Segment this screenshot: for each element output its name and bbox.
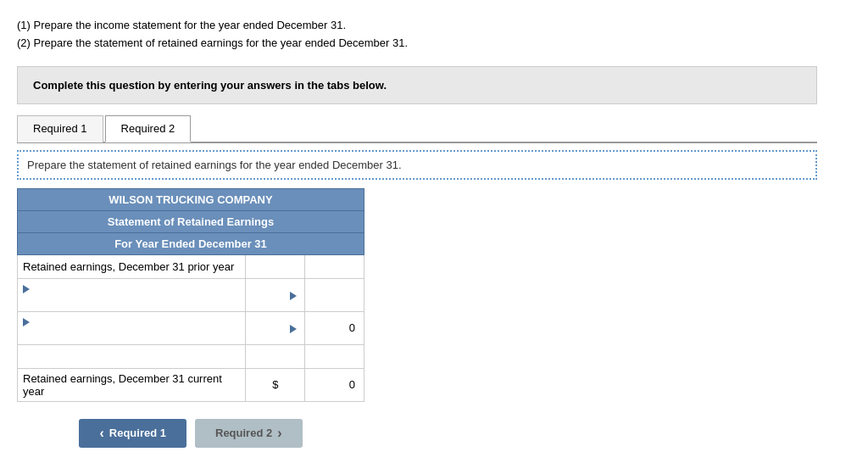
tab-required2[interactable]: Required 2 [105, 115, 192, 142]
triangle-icon3 [23, 318, 30, 326]
row0-value [305, 254, 364, 278]
row2-triangle-cell [246, 311, 305, 344]
prev-button[interactable]: Required 1 [79, 419, 186, 448]
next-button[interactable]: Required 2 [195, 419, 303, 448]
row1-input[interactable] [305, 278, 364, 311]
statement-table: WILSON TRUCKING COMPANY Statement of Ret… [17, 188, 364, 402]
tab-instruction: Prepare the statement of retained earnin… [17, 150, 817, 180]
table-row [18, 278, 364, 311]
table-row-final: Retained earnings, December 31 current y… [18, 368, 364, 401]
instructions: (1) Prepare the income statement for the… [17, 17, 817, 53]
row1-label[interactable] [18, 278, 246, 311]
row2-label[interactable] [18, 311, 246, 344]
row0-input[interactable] [246, 254, 305, 278]
spacer-row [18, 344, 364, 368]
prev-button-label: Required 1 [109, 427, 166, 439]
triangle-icon [23, 285, 30, 293]
tab-required1[interactable]: Required 1 [17, 115, 103, 142]
row3-input[interactable] [305, 368, 364, 401]
table-row: Retained earnings, December 31 prior yea… [18, 254, 364, 278]
row0-label: Retained earnings, December 31 prior yea… [18, 254, 246, 278]
triangle-icon2 [290, 292, 297, 300]
statement-title: Statement of Retained Earnings [18, 210, 364, 232]
row3-label: Retained earnings, December 31 current y… [18, 368, 246, 401]
header-company-row: WILSON TRUCKING COMPANY [18, 188, 364, 210]
triangle-icon4 [290, 325, 297, 333]
complete-box: Complete this question by entering your … [17, 66, 817, 104]
chevron-left-icon [99, 426, 103, 441]
next-button-label: Required 2 [215, 427, 272, 439]
table-row [18, 311, 364, 344]
instruction-line2: (2) Prepare the statement of retained ea… [17, 35, 817, 53]
row3-dollar: $ [246, 368, 305, 401]
row1-triangle-cell [246, 278, 305, 311]
row2-input[interactable] [305, 311, 364, 344]
company-name: WILSON TRUCKING COMPANY [18, 188, 364, 210]
chevron-right-icon [277, 426, 281, 441]
instruction-line1: (1) Prepare the income statement for the… [17, 17, 817, 35]
tabs-row: Required 1 Required 2 [17, 114, 817, 143]
header-subtitle-row: For Year Ended December 31 [18, 232, 364, 254]
nav-buttons: Required 1 Required 2 [17, 419, 364, 448]
complete-box-text: Complete this question by entering your … [33, 79, 387, 92]
header-title-row: Statement of Retained Earnings [18, 210, 364, 232]
statement-subtitle: For Year Ended December 31 [18, 232, 364, 254]
